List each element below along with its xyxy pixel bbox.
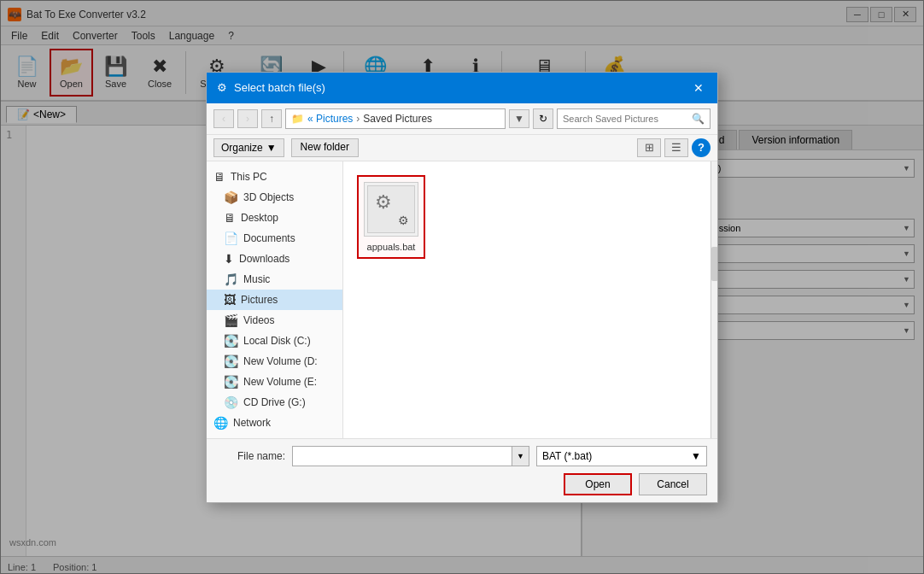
file-type-value: BAT (*.bat) xyxy=(542,450,592,462)
refresh-button[interactable]: ↻ xyxy=(533,108,553,129)
music-label: Music xyxy=(243,273,270,285)
downloads-label: Downloads xyxy=(239,253,289,265)
nav-tree: 🖥 This PC 📦 3D Objects 🖥 Desktop 📄 Docum… xyxy=(207,161,343,438)
videos-icon: 🎬 xyxy=(224,313,238,327)
file-name-input[interactable] xyxy=(293,450,512,462)
folder-icon: 📁 xyxy=(291,113,304,125)
scroll-indicator[interactable] xyxy=(711,161,717,438)
search-box: 🔍 xyxy=(557,108,711,129)
breadcrumb-dropdown-button[interactable]: ▼ xyxy=(509,109,529,128)
tree-item-cd-drive-g[interactable]: 💿 CD Drive (G:) xyxy=(207,392,342,413)
tree-item-videos[interactable]: 🎬 Videos xyxy=(207,310,342,331)
this-pc-label: This PC xyxy=(231,171,267,183)
dialog-toolbar-right: ⊞ ☰ ? xyxy=(637,138,711,157)
pictures-icon: 🖼 xyxy=(224,293,236,307)
new-volume-d-icon: 💽 xyxy=(224,354,238,368)
desktop-label: Desktop xyxy=(241,212,278,224)
view-icons-button[interactable]: ⊞ xyxy=(637,138,661,157)
tree-item-this-pc[interactable]: 🖥 This PC xyxy=(207,167,342,187)
file-thumbnail: ⚙ ⚙ xyxy=(364,182,418,237)
up-button[interactable]: ↑ xyxy=(261,109,282,128)
network-icon: 🌐 xyxy=(213,416,228,430)
file-type-select[interactable]: BAT (*.bat) ▼ xyxy=(536,446,707,466)
cd-drive-g-icon: 💿 xyxy=(224,395,238,409)
file-name-row: File name: ▼ BAT (*.bat) ▼ xyxy=(217,446,707,466)
dialog-open-button[interactable]: Open xyxy=(564,473,632,495)
documents-icon: 📄 xyxy=(224,231,238,245)
3d-objects-icon: 📦 xyxy=(224,190,238,204)
dialog-breadcrumb: ‹ › ↑ 📁 « Pictures › Saved Pictures ▼ ↻ … xyxy=(207,103,717,135)
tree-item-new-volume-d[interactable]: 💽 New Volume (D: xyxy=(207,351,342,372)
view-list-button[interactable]: ☰ xyxy=(664,138,688,157)
file-dialog: ⚙ Select batch file(s) ✕ ‹ › ↑ 📁 « Pictu… xyxy=(206,72,718,503)
scroll-thumb xyxy=(711,247,717,281)
new-folder-label: New folder xyxy=(301,141,349,153)
breadcrumb-item-pictures[interactable]: « Pictures xyxy=(307,113,353,125)
file-name-dropdown[interactable]: ▼ xyxy=(512,447,529,466)
dialog-cancel-label: Cancel xyxy=(657,478,688,490)
organize-arrow: ▼ xyxy=(266,142,277,154)
new-volume-e-icon: 💽 xyxy=(224,375,238,389)
dialog-toolbar: Organize ▼ New folder ⊞ ☰ ? xyxy=(207,135,717,161)
back-button[interactable]: ‹ xyxy=(213,109,234,128)
new-volume-d-label: New Volume (D: xyxy=(243,355,318,367)
desktop-icon: 🖥 xyxy=(224,211,236,225)
file-name-label: File name: xyxy=(217,450,285,462)
gear-icon-large: ⚙ xyxy=(375,191,392,214)
tree-item-pictures[interactable]: 🖼 Pictures xyxy=(207,290,342,310)
new-volume-e-label: New Volume (E: xyxy=(243,376,317,388)
3d-objects-label: 3D Objects xyxy=(243,191,294,203)
tree-item-3d-objects[interactable]: 📦 3D Objects xyxy=(207,187,342,208)
organize-label: Organize xyxy=(221,142,263,154)
network-label: Network xyxy=(233,417,271,429)
dialog-cancel-button[interactable]: Cancel xyxy=(639,473,707,495)
local-disk-c-label: Local Disk (C:) xyxy=(243,335,311,347)
dialog-toolbar-left: Organize ▼ New folder xyxy=(213,138,359,157)
tree-item-music[interactable]: 🎵 Music xyxy=(207,269,342,290)
pictures-label: Pictures xyxy=(241,294,278,306)
file-type-arrow: ▼ xyxy=(691,450,701,462)
breadcrumb-current: Saved Pictures xyxy=(363,113,432,125)
search-input[interactable] xyxy=(563,114,688,124)
forward-button[interactable]: › xyxy=(237,109,258,128)
cd-drive-g-label: CD Drive (G:) xyxy=(243,396,306,408)
file-name-label: appuals.bat xyxy=(367,242,416,252)
help-button[interactable]: ? xyxy=(692,138,711,157)
dialog-body: 🖥 This PC 📦 3D Objects 🖥 Desktop 📄 Docum… xyxy=(207,161,717,438)
organize-button[interactable]: Organize ▼ xyxy=(213,138,284,157)
dialog-overlay: ⚙ Select batch file(s) ✕ ‹ › ↑ 📁 « Pictu… xyxy=(0,0,924,574)
footer-buttons: Open Cancel xyxy=(217,473,707,495)
file-name-input-wrap: ▼ xyxy=(292,446,529,466)
tree-item-local-disk-c[interactable]: 💽 Local Disk (C:) xyxy=(207,331,342,351)
tree-item-downloads[interactable]: ⬇ Downloads xyxy=(207,249,342,269)
dialog-title-text: Select batch file(s) xyxy=(234,81,325,94)
dialog-close-button[interactable]: ✕ xyxy=(690,79,707,97)
dialog-footer: File name: ▼ BAT (*.bat) ▼ Open xyxy=(207,438,717,502)
this-pc-icon: 🖥 xyxy=(213,170,225,184)
dialog-title-icon: ⚙ xyxy=(217,81,227,94)
breadcrumb-sep: › xyxy=(356,113,360,125)
dialog-titlebar: ⚙ Select batch file(s) ✕ xyxy=(207,73,717,103)
search-icon: 🔍 xyxy=(692,113,705,125)
downloads-icon: ⬇ xyxy=(224,252,234,266)
gear-icon-small: ⚙ xyxy=(398,214,409,227)
local-disk-c-icon: 💽 xyxy=(224,334,238,348)
tree-item-new-volume-e[interactable]: 💽 New Volume (E: xyxy=(207,372,342,392)
app-window: 🦇 Bat To Exe Converter v3.2 ─ □ ✕ File E… xyxy=(0,0,924,574)
breadcrumb-path: 📁 « Pictures › Saved Pictures xyxy=(285,108,506,129)
tree-item-documents[interactable]: 📄 Documents xyxy=(207,228,342,249)
tree-item-desktop[interactable]: 🖥 Desktop xyxy=(207,208,342,228)
new-folder-button[interactable]: New folder xyxy=(291,138,359,157)
music-icon: 🎵 xyxy=(224,272,238,286)
dialog-open-label: Open xyxy=(585,478,610,490)
file-area: ⚙ ⚙ appuals.bat xyxy=(343,161,711,438)
videos-label: Videos xyxy=(243,314,274,326)
dialog-title-left: ⚙ Select batch file(s) xyxy=(217,81,325,94)
documents-label: Documents xyxy=(243,232,295,244)
tree-item-network[interactable]: 🌐 Network xyxy=(207,413,342,433)
file-item-appuals-bat[interactable]: ⚙ ⚙ appuals.bat xyxy=(357,175,425,259)
